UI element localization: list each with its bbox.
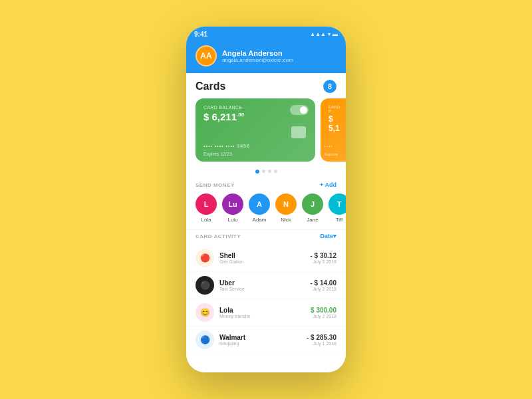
status-time: 9:41 [194, 31, 207, 38]
transaction-item[interactable]: 🔴 Shell Gas Station - $ 30.12 July 5 201… [186, 245, 346, 272]
status-icons: ▲▲▲ ▾ ▬ [310, 31, 338, 37]
transaction-amount-wrap: - $ 30.12 July 5 2018 [311, 252, 336, 264]
transaction-item[interactable]: ⚫ Uber Taxi Service - $ 14.00 July 2 201… [186, 272, 346, 299]
transaction-name: Walmart [219, 334, 301, 341]
cards-title: Cards [196, 80, 225, 92]
transaction-amount: $ 300.00 [311, 307, 336, 314]
status-bar: 9:41 ▲▲▲ ▾ ▬ [186, 27, 346, 41]
card-chip [291, 126, 306, 138]
transaction-amount-wrap: - $ 14.00 July 2 2018 [311, 279, 336, 291]
send-money-title: SEND MONEY [196, 182, 235, 188]
transaction-name: Shell [219, 252, 305, 259]
transaction-date: July 2 2018 [311, 314, 336, 319]
transaction-info: Uber Taxi Service [219, 279, 305, 291]
transaction-icon: ⚫ [196, 276, 214, 295]
dot-2[interactable] [262, 170, 265, 173]
transaction-date: July 2 2018 [311, 287, 336, 291]
transaction-date: July 5 2018 [311, 259, 336, 264]
contact-name: Jane [307, 217, 318, 223]
card2-expiry: Expires [325, 152, 338, 156]
phone-frame: 9:41 ▲▲▲ ▾ ▬ AA Angela Anderson angela.a… [186, 27, 346, 372]
card-toggle[interactable] [290, 105, 309, 115]
transaction-info: Walmart Shopping [219, 334, 301, 346]
main-content[interactable]: Cards 8 Card balance $ 6,211.00 •••• •••… [186, 73, 346, 372]
transaction-desc: Gas Station [219, 259, 305, 264]
card-activity-header: CARD ACTIVITY Date▾ [186, 229, 346, 245]
dot-4[interactable] [274, 170, 277, 173]
contact-name: Adam [253, 217, 267, 223]
transaction-icon: 😊 [196, 303, 214, 322]
transaction-item[interactable]: 😊 Lola Money transfer $ 300.00 July 2 20… [186, 299, 346, 327]
send-money-header: SEND MONEY + Add [186, 179, 346, 194]
transaction-desc: Taxi Service [219, 287, 305, 291]
contact-avatar: N [275, 194, 297, 215]
contact-avatar: T [329, 194, 346, 215]
contact-item[interactable]: N Nick [275, 194, 297, 223]
battery-icon: ▬ [332, 31, 338, 37]
transaction-desc: Money transfer [219, 314, 305, 319]
toggle-knob [300, 106, 307, 114]
contact-avatar: L [196, 194, 217, 215]
date-filter[interactable]: Date▾ [320, 233, 336, 239]
transactions-list: 🔴 Shell Gas Station - $ 30.12 July 5 201… [186, 245, 346, 354]
header: AA Angela Anderson angela.anderson@okici… [186, 41, 346, 73]
contact-name: Nick [281, 217, 291, 223]
transaction-amount-wrap: $ 300.00 July 2 2018 [311, 307, 336, 319]
contact-name: Lulu [227, 217, 237, 223]
cards-section-header: Cards 8 [186, 73, 346, 98]
card2-dots: •••• [325, 144, 332, 148]
contact-item[interactable]: A Adam [249, 194, 270, 223]
contacts-row: L Lola Lu Lulu A Adam N Nick J Jane T Ti… [186, 194, 346, 229]
transaction-info: Shell Gas Station [219, 252, 305, 264]
card1-expiry: Expires 12/23 [203, 152, 232, 156]
transaction-amount: - $ 14.00 [311, 279, 336, 287]
header-info: Angela Anderson angela.anderson@okicici.… [222, 49, 293, 63]
transaction-name: Lola [219, 307, 305, 314]
card2-label: Card b... [329, 105, 346, 113]
add-contact-link[interactable]: + Add [320, 182, 336, 188]
dot-indicators [186, 167, 346, 179]
user-name: Angela Anderson [222, 49, 293, 57]
contact-avatar: J [302, 194, 323, 215]
cards-count-badge: 8 [323, 80, 336, 93]
transaction-date: July 1 2018 [307, 341, 336, 346]
wifi-icon: ▾ [328, 31, 331, 37]
transaction-desc: Shopping [219, 341, 301, 346]
contact-name: Lola [201, 217, 211, 223]
card1-number: •••• •••• •••• 3456 [203, 144, 250, 148]
contact-item[interactable]: J Jane [302, 194, 323, 223]
contact-item[interactable]: T Tiff [329, 194, 346, 223]
transaction-amount: - $ 285.30 [307, 334, 336, 341]
transaction-name: Uber [219, 279, 305, 287]
dot-3[interactable] [268, 170, 271, 173]
contact-item[interactable]: Lu Lulu [222, 194, 243, 223]
transaction-amount: - $ 30.12 [311, 252, 336, 259]
transaction-icon: 🔵 [196, 331, 214, 349]
card-green[interactable]: Card balance $ 6,211.00 •••• •••• •••• 3… [196, 98, 315, 162]
card-orange[interactable]: Card b... $ 5,1 •••• Expires [321, 98, 346, 162]
card2-balance: $ 5,1 [329, 114, 346, 133]
transaction-info: Lola Money transfer [219, 307, 305, 319]
transaction-icon: 🔴 [196, 249, 214, 267]
transaction-amount-wrap: - $ 285.30 July 1 2018 [307, 334, 336, 346]
avatar: AA [196, 45, 217, 66]
signal-icon: ▲▲▲ [310, 31, 326, 37]
contact-name: Tiff [336, 217, 343, 223]
dot-1[interactable] [255, 170, 259, 174]
user-email: angela.anderson@okicici.com [222, 57, 293, 63]
transaction-item[interactable]: 🔵 Walmart Shopping - $ 285.30 July 1 201… [186, 327, 346, 354]
card-activity-title: CARD ACTIVITY [196, 233, 241, 239]
contact-avatar: Lu [222, 194, 243, 215]
card-carousel[interactable]: Card balance $ 6,211.00 •••• •••• •••• 3… [186, 98, 346, 167]
contact-item[interactable]: L Lola [196, 194, 217, 223]
contact-avatar: A [249, 194, 270, 215]
